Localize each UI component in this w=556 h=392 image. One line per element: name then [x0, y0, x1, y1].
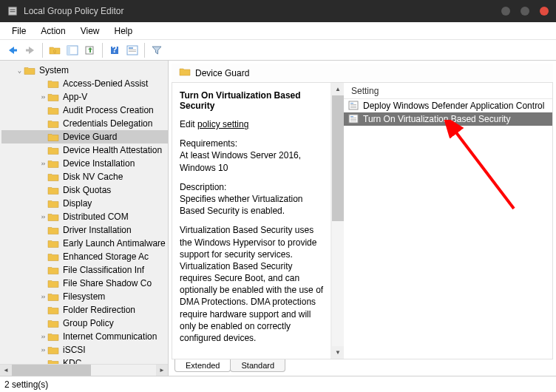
statusbar: 2 setting(s): [0, 376, 556, 392]
tree-item[interactable]: ⌄System: [1, 64, 168, 77]
export-button[interactable]: [82, 42, 98, 58]
menu-action[interactable]: Action: [33, 24, 72, 38]
scroll-up-button[interactable]: ▲: [332, 83, 344, 95]
tree-item[interactable]: ››Filesystem: [1, 290, 168, 303]
tree-item-label: Device Installation: [61, 158, 136, 169]
tree-item-label: Credentials Delegation: [61, 118, 154, 129]
expand-icon[interactable]: ››: [37, 333, 47, 340]
tree-item[interactable]: Credentials Delegation: [1, 117, 168, 130]
scroll-down-button[interactable]: ▼: [332, 346, 344, 359]
svg-text:?: ?: [112, 45, 117, 55]
forward-button[interactable]: [22, 42, 38, 58]
folder-icon: [47, 291, 59, 302]
menu-help[interactable]: Help: [107, 24, 140, 38]
tree-item-label: Early Launch Antimalware: [61, 237, 167, 249]
tree-item[interactable]: Driver Installation: [1, 223, 168, 237]
tab-standard[interactable]: Standard: [230, 359, 285, 372]
expand-icon[interactable]: ››: [37, 213, 47, 220]
tree-item[interactable]: ››Device Installation: [1, 157, 168, 170]
help-button[interactable]: ?: [106, 42, 123, 58]
properties-button[interactable]: [124, 42, 140, 58]
setting-row[interactable]: Turn On Virtualization Based Security: [344, 112, 552, 126]
tab-extended[interactable]: Extended: [174, 359, 231, 372]
tree-item[interactable]: Device Health Attestation: [1, 143, 168, 157]
policy-name: Turn On Virtualization Based Security: [180, 90, 325, 111]
scroll-thumb[interactable]: [332, 95, 344, 221]
tree-item-label: File Share Shadow Co: [61, 277, 153, 289]
column-header-setting[interactable]: Setting: [344, 83, 552, 99]
scroll-track[interactable]: [332, 95, 344, 346]
svg-rect-4: [26, 49, 30, 51]
back-button[interactable]: [4, 42, 21, 58]
tree-item[interactable]: Group Policy: [1, 317, 168, 330]
tree-item[interactable]: Display: [1, 197, 168, 210]
menubar: File Action View Help: [0, 22, 556, 40]
folder-icon: [47, 105, 59, 115]
tree-item[interactable]: Audit Process Creation: [1, 104, 168, 117]
svg-rect-19: [349, 115, 358, 123]
tree-item[interactable]: ››App-V: [1, 90, 168, 104]
description-header: Description:Specifies whether Virtualiza…: [180, 181, 325, 217]
description-vertical-scrollbar[interactable]: ▲ ▼: [331, 83, 344, 359]
minimize-button[interactable]: [501, 7, 510, 16]
tree-item[interactable]: ››iSCSI: [1, 343, 168, 356]
tree-item-label: Access-Denied Assist: [61, 78, 149, 89]
svg-rect-1: [10, 9, 16, 10]
tree-item[interactable]: ››Distributed COM: [1, 210, 168, 223]
close-button[interactable]: [540, 7, 549, 16]
menu-view[interactable]: View: [73, 24, 107, 38]
maximize-button[interactable]: [521, 7, 529, 16]
tree-item[interactable]: Disk NV Cache: [1, 170, 168, 183]
svg-line-24: [453, 129, 514, 209]
window-title: Local Group Policy Editor: [24, 6, 123, 16]
tree-item[interactable]: Access-Denied Assist: [1, 77, 168, 90]
tree-item[interactable]: Early Launch Antimalware: [1, 237, 168, 250]
svg-rect-15: [350, 103, 353, 104]
app-icon: [7, 6, 18, 16]
folder-icon: [47, 238, 59, 249]
collapse-icon[interactable]: ⌄: [13, 67, 24, 74]
tree-item-label: KDC: [61, 357, 83, 364]
folder-icon: [179, 67, 191, 79]
view-tabs: Extended Standard: [172, 359, 553, 376]
menu-file[interactable]: File: [4, 24, 33, 38]
show-tree-button[interactable]: [64, 42, 81, 58]
tree-pane: ⌄SystemAccess-Denied Assist››App-VAudit …: [0, 61, 169, 376]
expand-icon[interactable]: ››: [37, 293, 47, 300]
tree-item[interactable]: Disk Quotas: [1, 183, 168, 197]
up-folder-button[interactable]: [47, 42, 63, 58]
folder-icon: [47, 305, 59, 315]
svg-rect-13: [129, 51, 136, 52]
folder-icon: [47, 172, 59, 182]
tree-item[interactable]: Device Guard: [1, 130, 168, 143]
tree-item[interactable]: File Share Shadow Co: [1, 277, 168, 290]
filter-button[interactable]: [149, 42, 165, 58]
tree-item-label: Audit Process Creation: [61, 104, 155, 116]
expand-icon[interactable]: ››: [37, 160, 47, 167]
svg-rect-20: [350, 116, 353, 117]
folder-icon: [24, 65, 35, 75]
tree-item[interactable]: ››Internet Communication: [1, 330, 168, 343]
tree-item-label: Device Guard: [61, 131, 118, 143]
svg-rect-11: [129, 47, 133, 49]
tree-item-label: iSCSI: [61, 344, 87, 356]
folder-icon: [47, 251, 59, 262]
tree-item[interactable]: Enhanced Storage Ac: [1, 250, 168, 263]
edit-policy-link[interactable]: policy setting: [197, 119, 248, 129]
content-pane: Device Guard Turn On Virtualization Base…: [169, 61, 556, 376]
expand-icon[interactable]: ››: [37, 346, 47, 354]
folder-icon: [47, 331, 59, 342]
tree-horizontal-scrollbar[interactable]: ◄ ►: [0, 364, 168, 376]
setting-row[interactable]: Deploy Windows Defender Application Cont…: [344, 99, 552, 112]
tree-item[interactable]: KDC: [1, 356, 168, 364]
expand-icon[interactable]: ››: [37, 93, 47, 101]
scroll-track[interactable]: [12, 365, 156, 376]
scroll-left-button[interactable]: ◄: [0, 365, 12, 376]
svg-rect-3: [13, 49, 17, 51]
tree-item[interactable]: Folder Redirection: [1, 303, 168, 317]
scroll-thumb[interactable]: [12, 365, 91, 376]
setting-icon: [348, 101, 360, 111]
scroll-right-button[interactable]: ►: [156, 365, 168, 376]
description-body: Virtualization Based Security uses the W…: [180, 224, 325, 344]
tree-item[interactable]: File Classification Inf: [1, 263, 168, 277]
